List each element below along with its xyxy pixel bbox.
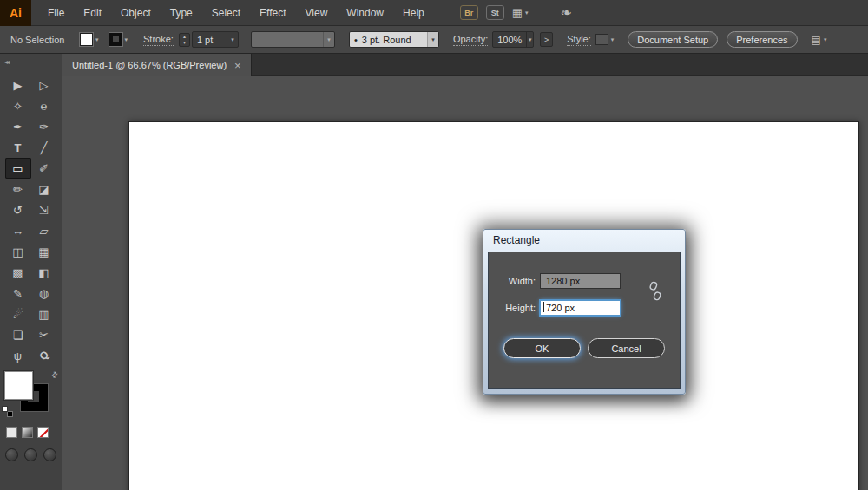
chevron-down-icon: ▾ <box>125 36 128 43</box>
transparency-panel-button[interactable]: > <box>540 32 553 47</box>
dialog-title[interactable]: Rectangle <box>483 230 685 252</box>
eyedropper-tool[interactable]: ✎ <box>5 283 31 304</box>
direct-selection-tool[interactable]: ▷ <box>31 75 57 95</box>
close-icon[interactable]: × <box>234 60 241 71</box>
arrange-documents-button[interactable]: ▦ ▾ <box>512 6 529 19</box>
magic-wand-tool[interactable]: ✧ <box>5 95 31 116</box>
opacity-label[interactable]: Opacity: <box>453 34 488 46</box>
direct-selection-icon: ▷ <box>40 79 49 92</box>
eraser-icon: ◪ <box>38 183 49 196</box>
line-segment-icon: ╱ <box>41 141 48 154</box>
width-input[interactable] <box>540 273 621 289</box>
gradient-button[interactable] <box>22 427 33 438</box>
rotate-tool[interactable]: ↺ <box>5 199 31 220</box>
collapse-panel-button[interactable]: ◂◂ <box>4 58 8 66</box>
align-options-dropdown[interactable]: ▤ ▾ <box>812 34 827 46</box>
scale-tool[interactable]: ⇲ <box>31 199 57 220</box>
type-icon: T <box>15 141 22 154</box>
mesh-icon: ▩ <box>12 266 23 279</box>
color-button[interactable] <box>6 427 17 438</box>
pasteboard[interactable] <box>62 76 868 490</box>
rectangle-tool[interactable]: ▭ <box>5 158 31 179</box>
draw-normal-button[interactable] <box>5 448 18 461</box>
stock-button[interactable]: St <box>486 5 504 20</box>
chevron-down-icon: ▾ <box>529 36 532 43</box>
stroke-weight-stepper[interactable]: ▴ ▾ <box>179 33 190 47</box>
rotate-icon: ↺ <box>13 204 23 217</box>
artboard-tool[interactable]: ❏ <box>5 324 31 345</box>
menu-effect[interactable]: Effect <box>250 0 295 26</box>
constrain-proportions-icon[interactable] <box>648 281 662 305</box>
scale-icon: ⇲ <box>39 204 49 217</box>
menu-object[interactable]: Object <box>111 0 161 26</box>
pen-icon: ✒ <box>13 121 23 134</box>
stroke-weight-value: 1 pt <box>193 35 227 45</box>
bridge-button[interactable]: Br <box>460 5 478 20</box>
blob-brush-tool[interactable]: ✑ <box>31 116 57 137</box>
document-tabbar: Untitled-1 @ 66.67% (RGB/Preview) × <box>62 54 868 76</box>
pencil-tool[interactable]: ✏ <box>5 179 31 199</box>
default-fill-stroke-icon[interactable] <box>2 406 13 417</box>
stroke-color-dropdown[interactable]: ▾ <box>109 33 128 46</box>
pencil-icon: ✏ <box>13 183 23 196</box>
perspective-grid-icon: ▦ <box>38 245 49 258</box>
free-transform-tool[interactable]: ▱ <box>31 220 57 241</box>
pen-tool[interactable]: ✒ <box>5 116 31 137</box>
menu-file[interactable]: File <box>38 0 74 26</box>
arrange-documents-icon: ▦ <box>512 6 523 19</box>
width-tool[interactable]: ↔ <box>5 220 31 241</box>
none-button[interactable] <box>37 427 49 438</box>
stroke-weight-dropdown[interactable]: 1 pt ▾ <box>192 31 239 48</box>
preferences-button[interactable]: Preferences <box>727 31 797 48</box>
type-tool[interactable]: T <box>5 137 31 158</box>
menu-list: FileEditObjectTypeSelectEffectViewWindow… <box>38 0 434 26</box>
gradient-tool[interactable]: ◧ <box>31 262 57 283</box>
cancel-button[interactable]: Cancel <box>588 338 665 358</box>
menu-type[interactable]: Type <box>161 0 202 26</box>
menu-help[interactable]: Help <box>393 0 434 26</box>
perspective-grid-tool[interactable]: ▦ <box>31 241 57 262</box>
selection-tool[interactable]: ▶ <box>5 75 31 95</box>
swap-fill-stroke-icon[interactable]: ⇄ <box>49 369 60 380</box>
stepper-down-icon: ▾ <box>180 40 189 46</box>
stroke-panel-label[interactable]: Stroke: <box>143 34 174 46</box>
rectangle-dialog: Rectangle Width: Height: OK Cancel <box>483 229 686 395</box>
chevron-down-icon: ▾ <box>431 36 435 43</box>
document-setup-button[interactable]: Document Setup <box>628 31 718 48</box>
hand-icon: ψ <box>14 350 22 363</box>
symbol-sprayer-icon: ☄ <box>13 308 23 321</box>
shape-builder-tool[interactable]: ◫ <box>5 241 31 262</box>
style-label[interactable]: Style: <box>567 34 591 46</box>
blend-tool[interactable]: ◍ <box>31 283 57 304</box>
menu-edit[interactable]: Edit <box>74 0 111 26</box>
zoom-tool[interactable]: Q <box>31 345 57 366</box>
slice-tool[interactable]: ✂ <box>31 324 57 345</box>
mesh-tool[interactable]: ▩ <box>5 262 31 283</box>
draw-behind-button[interactable] <box>24 448 37 461</box>
opacity-dropdown[interactable]: 100% ▾ <box>492 31 534 48</box>
symbol-sprayer-tool[interactable]: ☄ <box>5 304 31 324</box>
stroke-swatch-icon <box>109 33 122 46</box>
chevron-down-icon: ▾ <box>611 36 615 43</box>
lasso-tool[interactable]: ℮ <box>31 95 57 116</box>
draw-mode-row <box>0 448 62 461</box>
fill-swatch[interactable] <box>4 371 33 400</box>
chevron-down-icon: ▾ <box>327 36 331 43</box>
menu-view[interactable]: View <box>296 0 338 26</box>
height-input[interactable] <box>540 300 621 316</box>
brush-definition-dropdown[interactable]: • 3 pt. Round ▾ <box>349 31 439 48</box>
paintbrush-tool[interactable]: ✐ <box>31 158 57 179</box>
menu-select[interactable]: Select <box>202 0 250 26</box>
menu-window[interactable]: Window <box>337 0 393 26</box>
screen-mode-button[interactable] <box>43 448 56 461</box>
document-tab[interactable]: Untitled-1 @ 66.67% (RGB/Preview) × <box>62 54 252 76</box>
line-segment-tool[interactable]: ╱ <box>31 137 57 158</box>
graphic-style-dropdown[interactable]: ▾ <box>595 34 615 45</box>
column-graph-tool[interactable]: ▥ <box>31 304 57 324</box>
hand-tool[interactable]: ψ <box>5 345 31 366</box>
stepper-up-icon: ▴ <box>180 34 189 40</box>
swirl-icon[interactable]: ❧ <box>561 4 572 21</box>
fill-color-dropdown[interactable]: ▾ <box>80 33 99 46</box>
ok-button[interactable]: OK <box>503 338 581 358</box>
eraser-tool[interactable]: ◪ <box>31 179 57 199</box>
